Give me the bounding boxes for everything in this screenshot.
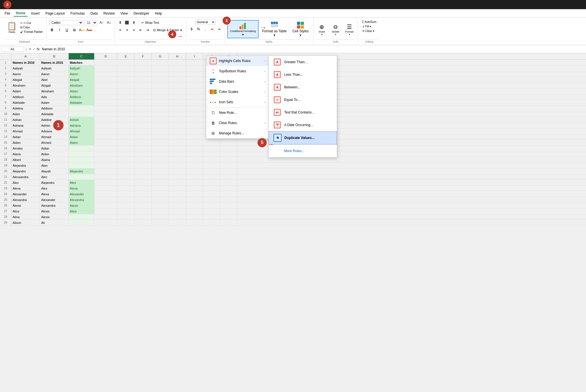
cell[interactable]: Names in 2010: [11, 60, 40, 65]
increase-indent-button[interactable]: ⇥: [144, 27, 151, 33]
cell[interactable]: [152, 60, 169, 65]
cell[interactable]: [69, 106, 94, 111]
cell[interactable]: [152, 100, 169, 105]
cell[interactable]: [203, 168, 220, 174]
row-number[interactable]: 27: [0, 208, 11, 214]
cell[interactable]: Alec: [40, 174, 69, 180]
cell[interactable]: [186, 60, 203, 65]
cell[interactable]: Alessandra: [11, 174, 40, 180]
cell[interactable]: Alejandra: [11, 163, 40, 168]
cell[interactable]: [134, 197, 152, 202]
cell[interactable]: Aiden: [40, 151, 69, 157]
cell[interactable]: Abraham: [69, 83, 94, 88]
cell[interactable]: [134, 203, 152, 208]
align-top-button[interactable]: ⬆: [117, 19, 123, 26]
row-number[interactable]: 17: [0, 151, 11, 157]
cell[interactable]: [169, 77, 186, 82]
col-header-h[interactable]: H: [169, 53, 186, 59]
cell[interactable]: [152, 111, 169, 117]
menu-developer[interactable]: Developer: [131, 11, 152, 16]
cell[interactable]: Ahmad: [69, 128, 94, 134]
col-header-a[interactable]: A: [11, 53, 40, 59]
cell[interactable]: [152, 117, 169, 122]
cell[interactable]: [94, 117, 117, 122]
menu-item-newrule[interactable]: 🗋 New Rule...: [206, 107, 269, 118]
cell[interactable]: [134, 157, 152, 162]
font-size-select[interactable]: 11: [84, 20, 97, 25]
cell[interactable]: [203, 180, 220, 185]
cell[interactable]: [69, 214, 94, 220]
cell[interactable]: [117, 151, 134, 157]
cell[interactable]: [169, 146, 186, 151]
col-header-d[interactable]: D: [94, 53, 117, 59]
cell[interactable]: [117, 117, 134, 122]
cell[interactable]: [220, 191, 237, 197]
cell[interactable]: [203, 220, 220, 225]
cell[interactable]: [134, 180, 152, 185]
row-number[interactable]: 2: [0, 65, 11, 71]
cell[interactable]: [134, 106, 152, 111]
cell[interactable]: Alina: [11, 214, 40, 220]
cell[interactable]: [94, 186, 117, 191]
cell[interactable]: [152, 220, 169, 225]
fill-button[interactable]: ⇓ Fill ▾: [361, 25, 372, 28]
row-number[interactable]: 28: [0, 214, 11, 220]
cell[interactable]: [134, 71, 152, 77]
cell[interactable]: [134, 77, 152, 82]
cell[interactable]: [117, 83, 134, 88]
cell[interactable]: [134, 123, 152, 128]
cell[interactable]: [169, 71, 186, 77]
cell[interactable]: [94, 77, 117, 82]
cell[interactable]: [152, 174, 169, 180]
cell[interactable]: Alejandro: [40, 180, 69, 185]
clear-button[interactable]: ✕ Clear ▾: [361, 29, 375, 33]
cell[interactable]: [94, 128, 117, 134]
row-number[interactable]: 6: [0, 88, 11, 94]
row-number[interactable]: 3: [0, 71, 11, 77]
cell[interactable]: [134, 83, 152, 88]
cell[interactable]: Adriana: [69, 123, 94, 128]
cell[interactable]: Addison: [69, 94, 94, 100]
cell[interactable]: Aaliyah: [11, 65, 40, 71]
cell[interactable]: [117, 106, 134, 111]
percent-button[interactable]: %: [195, 26, 202, 32]
cell[interactable]: [94, 168, 117, 174]
cell[interactable]: [94, 123, 117, 128]
cell[interactable]: [94, 151, 117, 157]
row-number[interactable]: 23: [0, 186, 11, 191]
cell[interactable]: Ainsley: [11, 146, 40, 151]
cell[interactable]: [117, 203, 134, 208]
cell[interactable]: [203, 163, 220, 168]
cell[interactable]: [152, 123, 169, 128]
cell[interactable]: [117, 88, 134, 94]
cell[interactable]: [169, 123, 186, 128]
row-number[interactable]: 13: [0, 128, 11, 134]
cell[interactable]: Alejandro: [69, 168, 94, 174]
cell[interactable]: [220, 208, 237, 214]
menu-formulas[interactable]: Formulas: [68, 11, 87, 16]
menu-help[interactable]: Help: [153, 11, 164, 16]
cell[interactable]: [203, 203, 220, 208]
cell[interactable]: Adrian: [69, 117, 94, 122]
cell[interactable]: [203, 174, 220, 180]
cell[interactable]: Alice: [11, 208, 40, 214]
cell[interactable]: [220, 220, 237, 225]
cell[interactable]: Addison: [40, 106, 69, 111]
menu-item-clearrules[interactable]: 🗑 Clear Rules ›: [206, 118, 269, 128]
cell[interactable]: [152, 146, 169, 151]
delete-button[interactable]: ⊖ Delete ▾: [330, 22, 342, 37]
cell[interactable]: Alexis: [40, 214, 69, 220]
cell[interactable]: Ahmad: [11, 128, 40, 134]
cell[interactable]: Adelaide: [69, 100, 94, 105]
cell[interactable]: Alison: [11, 220, 40, 225]
submenu-greater-than[interactable]: A Greater Than...: [269, 56, 337, 68]
align-center-button[interactable]: ≡: [124, 27, 130, 33]
submenu-less-than[interactable]: A Less Than...: [269, 68, 337, 81]
submenu-more-rules[interactable]: More Rules...: [269, 144, 337, 157]
bold-button[interactable]: B: [49, 27, 55, 33]
cell[interactable]: [186, 208, 203, 214]
cell[interactable]: Alan: [40, 163, 69, 168]
cell[interactable]: [94, 191, 117, 197]
cell[interactable]: Alex: [11, 180, 40, 185]
italic-button[interactable]: I: [56, 27, 63, 33]
